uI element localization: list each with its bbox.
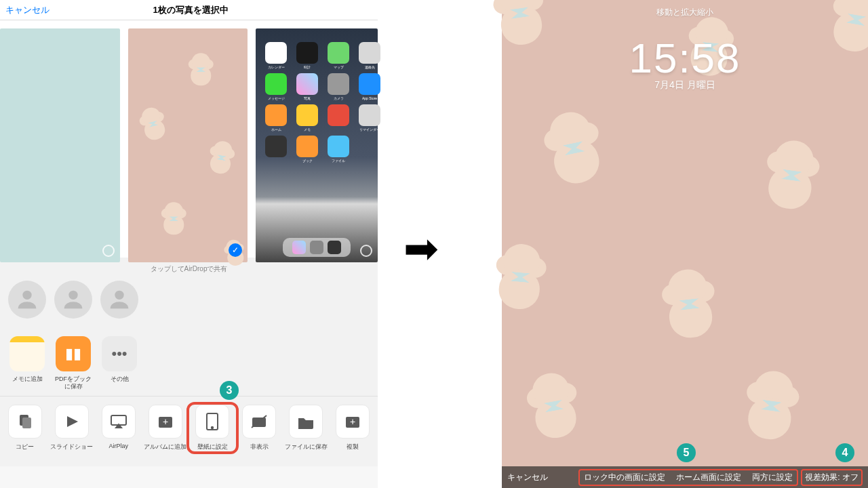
header-title: 1枚の写真を選択中	[9, 4, 372, 16]
action-wallpaper[interactable]: 壁紙に設定	[186, 402, 239, 454]
svg-point-0	[22, 291, 31, 300]
action-copy[interactable]: コピー	[1, 405, 48, 451]
thumb-2[interactable]: ✓	[128, 28, 248, 262]
svg-text:+: +	[350, 416, 355, 427]
cancel-button[interactable]: キャンセル	[507, 472, 548, 483]
action-save-files[interactable]: ファイルに保存	[283, 405, 330, 451]
airdrop-avatar[interactable]	[54, 281, 92, 319]
preview-title: 移動と拡大縮小	[502, 7, 868, 18]
badge-5: 5	[677, 443, 696, 462]
airdrop-avatar[interactable]	[100, 281, 138, 319]
action-airplay[interactable]: AirPlay	[95, 405, 142, 451]
airdrop-avatar[interactable]	[8, 281, 46, 319]
set-both-button[interactable]: 両方に設定	[752, 472, 793, 483]
lock-time: 15:58	[502, 34, 868, 82]
svg-point-9	[212, 426, 213, 428]
photo-thumbnails: ✓ カレンダー 時計 マップ 連絡先 メッセージ 写真 カメラ App Stor…	[0, 20, 378, 258]
action-slideshow[interactable]: スライドショー	[48, 405, 95, 451]
lock-date: 7月4日 月曜日	[502, 79, 868, 92]
svg-point-1	[68, 291, 77, 300]
svg-rect-4	[22, 418, 31, 428]
airdrop-label: タップしてAirDropで共有	[0, 264, 378, 274]
set-home-button[interactable]: ホーム画面に設定	[676, 472, 741, 483]
app-books[interactable]: ▮▮PDFをブックに保存	[54, 336, 92, 390]
set-lock-button[interactable]: ロック中の画面に設定	[584, 472, 665, 483]
badge-4: 4	[835, 443, 854, 462]
svg-point-2	[115, 291, 123, 300]
action-hide[interactable]: 非表示	[236, 405, 283, 451]
check-icon: ✓	[229, 243, 242, 257]
app-notes[interactable]: メモに追加	[8, 336, 46, 390]
badge-3: 3	[220, 381, 239, 400]
app-more[interactable]: •••その他	[100, 336, 138, 390]
thumb-1[interactable]	[0, 28, 120, 262]
action-duplicate[interactable]: +複製	[330, 405, 376, 451]
svg-text:+: +	[163, 416, 168, 427]
wallpaper-preview[interactable]: 移動と拡大縮小 15:58 7月4日 月曜日 5 4 キャンセル ロック中の画面…	[502, 0, 868, 488]
arrow-icon: ➡	[403, 224, 439, 273]
action-add-album[interactable]: +アルバムに追加	[142, 405, 189, 451]
thumb-3[interactable]: カレンダー 時計 マップ 連絡先 メッセージ 写真 カメラ App Store …	[256, 28, 378, 262]
parallax-toggle[interactable]: 視差効果: オフ	[805, 472, 859, 482]
